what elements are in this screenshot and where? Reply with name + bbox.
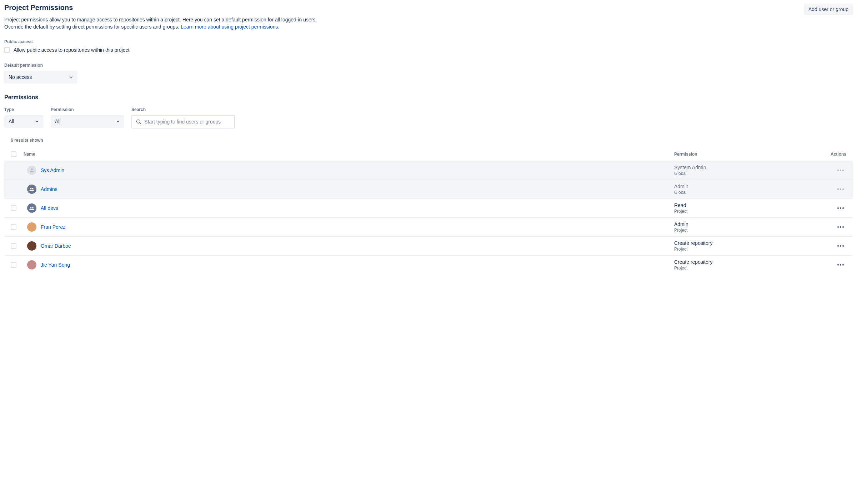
search-label: Search [131, 107, 235, 112]
svg-point-13 [837, 207, 839, 209]
permission-scope: Project [674, 228, 821, 233]
type-filter-label: Type [4, 107, 44, 112]
svg-point-12 [32, 207, 34, 208]
table-row: Fran PerezAdminProject [4, 217, 853, 236]
permission-name: Read [674, 202, 821, 208]
row-checkbox[interactable] [11, 224, 16, 230]
table-row: Jie Yan SongCreate repositoryProject [4, 255, 853, 274]
public-access-checkbox-label: Allow public access to repositories with… [14, 47, 129, 53]
permission-name: Admin [674, 183, 821, 189]
row-actions-button [835, 183, 846, 195]
principal-link[interactable]: Fran Perez [41, 224, 65, 230]
svg-point-22 [837, 264, 839, 266]
principal-link[interactable]: Omar Darboe [41, 243, 71, 249]
svg-point-20 [840, 245, 841, 247]
avatar [27, 203, 36, 213]
search-input[interactable] [144, 119, 231, 125]
chevron-down-icon [35, 119, 39, 124]
permissions-heading: Permissions [4, 94, 853, 101]
svg-point-8 [837, 188, 839, 190]
more-icon [837, 245, 844, 247]
svg-point-10 [842, 188, 844, 190]
svg-point-18 [842, 226, 844, 228]
svg-point-11 [30, 207, 31, 208]
permission-name: Admin [674, 221, 821, 227]
row-actions-button [835, 165, 846, 176]
row-checkbox[interactable] [11, 262, 16, 268]
svg-point-19 [837, 245, 839, 247]
permission-scope: Project [674, 266, 821, 271]
public-access-checkbox[interactable] [4, 47, 10, 53]
avatar [27, 260, 36, 269]
svg-point-0 [137, 120, 140, 123]
svg-point-17 [840, 226, 841, 228]
default-permission-select[interactable]: No access [4, 71, 77, 84]
svg-point-3 [837, 170, 839, 171]
avatar [27, 241, 36, 251]
principal-link[interactable]: Jie Yan Song [41, 262, 70, 268]
svg-point-24 [842, 264, 844, 266]
more-icon [837, 207, 844, 209]
default-permission-label: Default permission [4, 63, 853, 68]
more-icon [837, 264, 844, 266]
row-actions-button[interactable] [835, 259, 846, 271]
page-title: Project Permissions [4, 4, 73, 12]
permissions-table: Name Permission Actions Sys AdminSystem … [4, 148, 853, 274]
permission-name: Create repository [674, 259, 821, 265]
permission-filter-label: Permission [51, 107, 124, 112]
column-permission: Permission [671, 148, 824, 161]
permission-filter-select[interactable]: All [51, 115, 124, 128]
table-row: Omar DarboeCreate repositoryProject [4, 236, 853, 255]
select-all-checkbox[interactable] [11, 151, 16, 157]
permission-scope: Project [674, 209, 821, 214]
svg-point-2 [31, 168, 32, 170]
permission-filter-value: All [55, 119, 61, 124]
permission-name: System Admin [674, 165, 821, 170]
permission-scope: Project [674, 247, 821, 252]
type-filter-select[interactable]: All [4, 115, 44, 128]
add-user-or-group-button[interactable]: Add user or group [804, 4, 853, 15]
row-checkbox[interactable] [11, 205, 16, 211]
table-row: All devsReadProject [4, 198, 853, 217]
search-icon [136, 119, 141, 125]
permission-scope: Global [674, 171, 821, 176]
svg-point-7 [32, 188, 34, 189]
principal-link[interactable]: All devs [41, 205, 58, 211]
principal-link[interactable]: Admins [41, 186, 57, 192]
default-permission-value: No access [9, 74, 32, 80]
column-actions: Actions [824, 148, 853, 161]
more-icon [837, 169, 844, 171]
row-actions-button[interactable] [835, 221, 846, 233]
results-count: 6 results shown [4, 138, 853, 143]
svg-point-14 [840, 207, 841, 209]
svg-point-16 [837, 226, 839, 228]
row-actions-button[interactable] [835, 240, 846, 252]
svg-line-1 [140, 122, 141, 124]
row-checkbox[interactable] [11, 243, 16, 249]
public-access-label: Public access [4, 39, 853, 44]
svg-point-9 [840, 188, 841, 190]
type-filter-value: All [9, 119, 14, 124]
learn-more-link[interactable]: Learn more about using project permissio… [181, 24, 279, 30]
avatar [27, 166, 36, 175]
svg-point-6 [30, 188, 31, 189]
more-icon [837, 226, 844, 228]
avatar [27, 222, 36, 232]
svg-point-23 [840, 264, 841, 266]
column-name: Name [20, 148, 671, 161]
svg-point-4 [840, 170, 841, 171]
chevron-down-icon [69, 75, 73, 79]
table-row: Sys AdminSystem AdminGlobal [4, 161, 853, 180]
table-row: AdminsAdminGlobal [4, 180, 853, 198]
svg-point-21 [842, 245, 844, 247]
search-input-wrapper[interactable] [131, 115, 235, 128]
more-icon [837, 188, 844, 190]
chevron-down-icon [116, 119, 120, 124]
permission-scope: Global [674, 190, 821, 195]
avatar [27, 185, 36, 194]
permission-name: Create repository [674, 240, 821, 246]
page-description: Project permissions allow you to manage … [4, 16, 329, 31]
principal-link[interactable]: Sys Admin [41, 167, 64, 173]
svg-point-15 [842, 207, 844, 209]
row-actions-button[interactable] [835, 202, 846, 214]
